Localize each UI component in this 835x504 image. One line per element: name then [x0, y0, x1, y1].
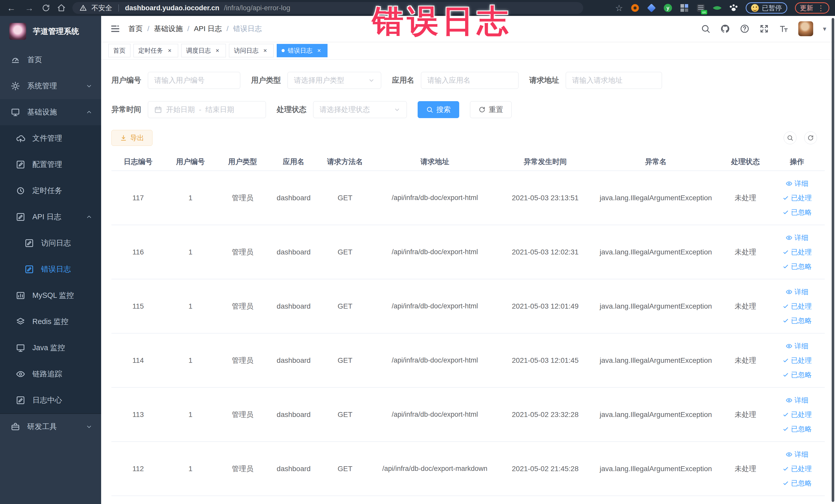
mark-ignored-link[interactable]: 已忽略: [782, 316, 812, 325]
refresh-table-button[interactable]: [804, 132, 817, 144]
export-button-label: 导出: [130, 133, 144, 142]
close-icon[interactable]: ×: [214, 47, 221, 54]
mark-processed-link[interactable]: 已处理: [782, 302, 812, 311]
github-icon[interactable]: [720, 24, 730, 34]
tab-error-log[interactable]: 错误日志 ×: [277, 44, 328, 57]
user-type-select[interactable]: 请选择用户类型: [287, 72, 381, 89]
sidebar-item-tracing[interactable]: 链路追踪: [0, 361, 101, 387]
check-icon: [782, 357, 789, 364]
sidebar-item-config-manage[interactable]: 配置管理: [0, 152, 101, 178]
mark-processed-link[interactable]: 已处理: [782, 356, 812, 365]
sidebar-item-java-monitor[interactable]: Java 监控: [0, 335, 101, 361]
mark-ignored-link[interactable]: 已忽略: [782, 370, 812, 380]
browser-reload-icon[interactable]: [42, 4, 50, 12]
detail-link[interactable]: 详细: [786, 179, 808, 188]
layers-icon: [16, 317, 25, 326]
sidebar-item-log-center[interactable]: 日志中心: [0, 387, 101, 414]
sidebar-item-error-log[interactable]: 错误日志: [0, 256, 101, 282]
request-url-input[interactable]: [566, 72, 662, 89]
close-icon[interactable]: ×: [166, 47, 173, 54]
cell-log-id: 113: [111, 410, 165, 419]
tab-label: 首页: [113, 46, 125, 55]
font-size-icon[interactable]: [779, 24, 789, 34]
breadcrumb-home[interactable]: 首页: [128, 24, 143, 34]
sidebar-item-label: 访问日志: [41, 238, 71, 248]
sidebar-item-label: 基础设施: [27, 107, 57, 117]
mark-processed-link[interactable]: 已处理: [782, 410, 812, 419]
app-logo-row[interactable]: 芋道管理系统: [0, 16, 101, 47]
sidebar-item-infra[interactable]: 基础设施: [0, 99, 101, 125]
extension-paw-icon[interactable]: [729, 4, 738, 12]
sidebar-item-home[interactable]: 首页: [0, 47, 101, 73]
mark-ignored-link[interactable]: 已忽略: [782, 262, 812, 271]
extension-blue-icon[interactable]: [647, 4, 656, 12]
not-secure-label: 不安全: [91, 3, 112, 13]
app-name-input[interactable]: [421, 72, 518, 89]
search-button[interactable]: 搜索: [418, 101, 459, 118]
mark-ignored-link[interactable]: 已忽略: [782, 208, 812, 217]
sidebar-item-access-log[interactable]: 访问日志: [0, 230, 101, 256]
search-icon[interactable]: [701, 24, 711, 34]
fullscreen-icon[interactable]: [759, 24, 769, 34]
close-icon[interactable]: ×: [262, 47, 269, 54]
toggle-search-button[interactable]: [784, 132, 796, 144]
reset-button[interactable]: 重置: [470, 101, 512, 118]
toolbox-icon: [11, 422, 20, 431]
cell-exception-time: 2021-05-02 23:32:28: [498, 410, 592, 419]
search-button-label: 搜索: [436, 105, 451, 115]
search-icon: [426, 106, 433, 113]
browser-home-icon[interactable]: [57, 4, 66, 12]
process-status-select[interactable]: 请选择处理状态: [313, 101, 407, 118]
sidebar-item-system[interactable]: 系统管理: [0, 73, 101, 99]
breadcrumb-infra[interactable]: 基础设施: [154, 24, 183, 34]
browser-back-icon[interactable]: ←: [6, 3, 17, 13]
cell-exception-name: java.lang.IllegalArgumentException: [592, 356, 719, 365]
exception-time-label: 异常时间: [111, 104, 141, 115]
detail-link[interactable]: 详细: [786, 396, 808, 405]
user-menu-caret-icon[interactable]: ▾: [823, 25, 826, 33]
detail-link[interactable]: 详细: [786, 341, 808, 351]
tab-cron-job[interactable]: 定时任务 ×: [134, 44, 178, 57]
help-icon[interactable]: [740, 24, 750, 34]
exception-time-range-picker[interactable]: 开始日期 - 结束日期: [148, 101, 266, 118]
mark-ignored-link[interactable]: 已忽略: [782, 424, 812, 434]
chevron-down-icon: [394, 106, 401, 113]
mark-processed-link[interactable]: 已处理: [782, 193, 812, 203]
detail-link[interactable]: 详细: [786, 450, 808, 459]
breadcrumb-api-log[interactable]: API 日志: [194, 24, 222, 34]
user-id-input[interactable]: [148, 72, 240, 89]
sidebar-item-mysql-monitor[interactable]: MySQL 监控: [0, 282, 101, 309]
sidebar-item-redis-monitor[interactable]: Redis 监控: [0, 309, 101, 335]
close-icon[interactable]: ×: [315, 47, 323, 54]
tab-access-log[interactable]: 访问日志 ×: [229, 44, 273, 57]
tab-schedule-log[interactable]: 调度日志 ×: [181, 44, 226, 57]
browser-menu-dots-icon[interactable]: ⋮: [817, 4, 824, 12]
sidebar-item-dev-tools[interactable]: 研发工具: [0, 414, 101, 440]
sidebar-item-api-log[interactable]: API 日志: [0, 204, 101, 230]
extension-leaf-icon[interactable]: [713, 4, 721, 12]
extension-on-icon[interactable]: on: [696, 4, 705, 12]
export-button[interactable]: 导出: [111, 130, 152, 146]
paused-badge[interactable]: 已暂停: [746, 2, 787, 14]
scrollbar-thumb[interactable]: [832, 18, 834, 502]
sidebar-item-cron-job[interactable]: 定时任务: [0, 178, 101, 204]
mark-processed-link[interactable]: 已处理: [782, 247, 812, 257]
browser-forward-icon[interactable]: →: [24, 3, 35, 13]
mark-processed-link[interactable]: 已处理: [782, 464, 812, 473]
extension-grid-icon[interactable]: [680, 4, 689, 12]
mark-ignored-link[interactable]: 已忽略: [782, 479, 812, 488]
detail-link[interactable]: 详细: [786, 233, 808, 242]
extension-green-icon[interactable]: y: [664, 4, 672, 12]
detail-link[interactable]: 详细: [786, 287, 808, 297]
cell-app-name: dashboard: [269, 194, 318, 202]
sidebar-item-file-manage[interactable]: 文件管理: [0, 125, 101, 152]
hamburger-icon[interactable]: [110, 23, 121, 34]
bookmark-star-icon[interactable]: ☆: [615, 3, 623, 13]
col-app-name: 应用名: [269, 157, 318, 167]
eye-icon: [786, 451, 792, 458]
clock-icon: [16, 186, 25, 195]
extension-orange-icon[interactable]: [631, 4, 639, 12]
tab-home[interactable]: 首页: [108, 44, 130, 57]
update-button[interactable]: 更新 ⋮: [795, 2, 829, 14]
avatar[interactable]: [798, 21, 813, 36]
